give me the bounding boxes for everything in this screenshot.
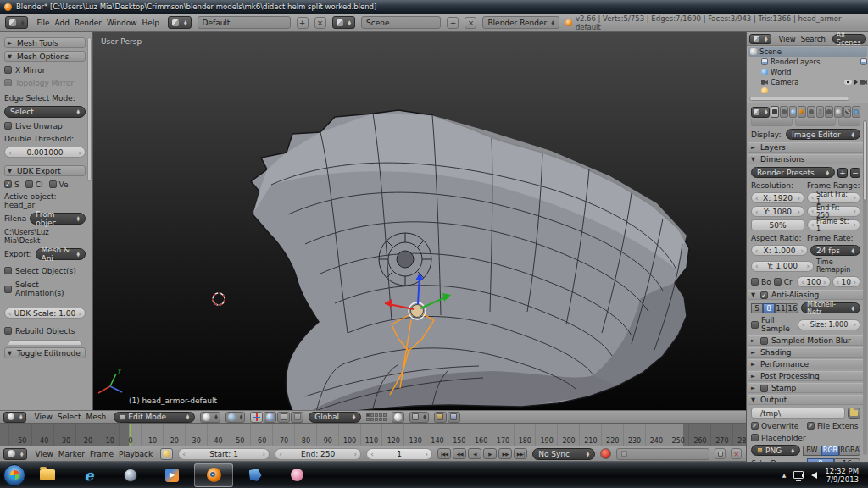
panel-dimensions[interactable]: Dimensions: [748, 154, 864, 164]
prev-keyframe-button[interactable]: [453, 448, 466, 459]
tab-render[interactable]: [771, 106, 779, 118]
use-preview-range-button[interactable]: [160, 448, 173, 460]
editor-type-button[interactable]: [3, 448, 27, 460]
panel-mesh-options[interactable]: Mesh Options: [4, 51, 86, 62]
frame-end-field[interactable]: End: 250: [275, 448, 361, 460]
aa-sample-button[interactable]: 8: [763, 303, 775, 313]
outliner-hscrollbar[interactable]: [749, 97, 849, 101]
menu-item[interactable]: Frame: [87, 450, 116, 458]
frame-step-field[interactable]: Frame St: 1: [807, 219, 860, 230]
play-button-clipped[interactable]: [838, 119, 860, 126]
tab-texture[interactable]: [843, 106, 852, 118]
render-image-button[interactable]: [434, 412, 447, 423]
tab-data[interactable]: [825, 106, 833, 118]
border-checkbox[interactable]: [751, 278, 759, 286]
start-button[interactable]: [3, 464, 25, 486]
remap-new-field[interactable]: 10: [832, 276, 860, 287]
menu-item[interactable]: Mesh: [84, 413, 109, 421]
panel-anti-aliasing[interactable]: Anti-Aliasing: [748, 290, 864, 300]
editor-type-button[interactable]: [5, 16, 28, 29]
menu-item[interactable]: View: [32, 450, 55, 458]
browse-folder-button[interactable]: [848, 408, 860, 419]
panel-mesh-tools[interactable]: Mesh Tools: [4, 37, 86, 48]
placeholder-checkbox[interactable]: [751, 434, 759, 441]
aa-sample-button[interactable]: 11: [775, 303, 787, 313]
udk-flag-checkbox[interactable]: [49, 180, 57, 188]
resolution-x-field[interactable]: X: 1920: [751, 192, 804, 203]
translate-manipulator-button[interactable]: [250, 412, 263, 423]
editor-type-button[interactable]: [3, 412, 26, 423]
fps-select[interactable]: 24 fps: [810, 245, 860, 256]
double-threshold-slider[interactable]: 0.001000: [4, 147, 86, 158]
select-animations-checkbox[interactable]: [4, 286, 12, 293]
outliner-row-camera[interactable]: Camera: [748, 77, 867, 87]
tab-scene[interactable]: [780, 106, 788, 118]
screen-layout-icon-button[interactable]: [168, 16, 191, 29]
menu-item[interactable]: View: [776, 35, 798, 43]
tab-constraints[interactable]: [807, 106, 815, 118]
anti-aliasing-checkbox[interactable]: [760, 291, 768, 299]
frame-start-field[interactable]: Start: 1: [178, 448, 270, 460]
keying-set-field[interactable]: [616, 448, 709, 460]
aa-sample-button[interactable]: 5: [751, 303, 763, 313]
outliner-row-scene[interactable]: Scene: [748, 47, 867, 57]
play-button[interactable]: [483, 448, 497, 459]
clipped-button[interactable]: [8, 340, 82, 345]
tool-shelf-scrollbar[interactable]: [87, 37, 92, 181]
viewport-shading-select[interactable]: [200, 412, 220, 423]
menu-item[interactable]: Select: [55, 413, 84, 421]
auto-keyframe-record-button[interactable]: [600, 448, 611, 459]
tab-modifiers[interactable]: [816, 106, 825, 118]
panel-shading[interactable]: Shading: [748, 347, 864, 358]
visibility-eye-icon[interactable]: [844, 80, 852, 85]
aspect-x-field[interactable]: X: 1.000: [751, 245, 808, 256]
filter-size-field[interactable]: Size: 1.000: [798, 319, 860, 330]
taskbar-clock[interactable]: 12:32 PM7/9/2013: [825, 467, 859, 484]
editor-type-button[interactable]: [749, 34, 771, 44]
scale-manipulator-button[interactable]: [277, 412, 290, 423]
x-mirror-checkbox[interactable]: [4, 66, 12, 74]
edge-select-mode-select[interactable]: Select: [4, 106, 86, 118]
add-preset-button[interactable]: [837, 168, 848, 178]
delete-layout-button[interactable]: [314, 17, 326, 29]
topology-mirror-checkbox[interactable]: [4, 79, 12, 86]
udk-flag[interactable]: Ve: [49, 180, 69, 189]
menu-item[interactable]: Render: [72, 19, 104, 27]
taskbar-blue-app-button[interactable]: [236, 463, 275, 487]
panel-toggle-editmode[interactable]: Toggle Editmode: [4, 347, 86, 358]
taskbar-media-player-button[interactable]: [153, 463, 192, 487]
menu-item[interactable]: Playback: [116, 450, 155, 458]
udk-scale-slider[interactable]: UDK Scale: 1.00: [4, 308, 86, 319]
remove-preset-button[interactable]: −: [850, 168, 860, 178]
menu-item[interactable]: File: [34, 19, 52, 27]
rebuild-objects-checkbox[interactable]: [4, 327, 12, 335]
full-sample-checkbox[interactable]: [751, 321, 759, 329]
screen-layout-field[interactable]: Default: [198, 16, 291, 29]
overwrite-checkbox[interactable]: [751, 422, 759, 430]
panel-udk-export[interactable]: UDK Export: [4, 165, 86, 176]
udk-flag[interactable]: Cl: [25, 180, 43, 189]
aa-sample-button[interactable]: 16: [787, 303, 798, 313]
orientation-select[interactable]: Global: [309, 412, 361, 423]
render-presets-select[interactable]: Render Presets: [751, 167, 835, 178]
frame-start-field[interactable]: Start Fra: 1: [807, 192, 860, 203]
taskbar-hp-app-button[interactable]: [111, 463, 150, 487]
render-animation-button[interactable]: [448, 412, 460, 423]
extra-manipulator-button[interactable]: [291, 412, 303, 423]
panel-sampled-motion-blur[interactable]: Sampled Motion Blur: [748, 336, 864, 346]
tab-world[interactable]: [789, 106, 798, 118]
live-unwrap-checkbox[interactable]: [4, 122, 12, 130]
panel-post-processing[interactable]: Post Processing: [748, 371, 864, 381]
jump-to-start-button[interactable]: [437, 448, 451, 459]
resolution-percentage-button[interactable]: 50%: [751, 219, 804, 230]
animation-button-clipped[interactable]: [795, 119, 837, 126]
panel-output[interactable]: Output: [748, 395, 864, 405]
export-type-select[interactable]: Mesh & Ani: [36, 248, 86, 260]
properties-scrollbar[interactable]: [863, 120, 867, 455]
tab-material[interactable]: [834, 106, 843, 118]
sync-select[interactable]: No Sync: [532, 448, 595, 460]
crop-checkbox[interactable]: [774, 278, 782, 286]
next-keyframe-button[interactable]: [498, 448, 512, 459]
delete-scene-button[interactable]: [465, 17, 476, 29]
menu-item[interactable]: Add: [53, 19, 72, 27]
